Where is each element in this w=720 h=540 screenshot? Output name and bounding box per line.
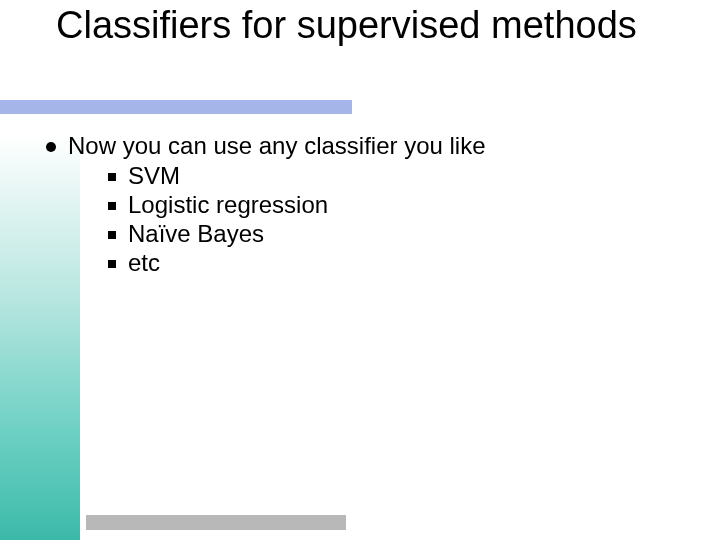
main-bullet-text: Now you can use any classifier you like [68, 132, 486, 160]
sub-bullet-list: SVM Logistic regression Naïve Bayes etc [108, 162, 666, 277]
sub-item-text: SVM [128, 162, 180, 190]
square-bullet-icon [108, 202, 116, 210]
accent-bar [0, 100, 352, 114]
slide-title: Classifiers for supervised methods [56, 4, 637, 48]
square-bullet-icon [108, 173, 116, 181]
sub-item-text: Logistic regression [128, 191, 328, 219]
bottom-decorator-bar [86, 515, 346, 530]
list-item: etc [108, 249, 666, 277]
list-item: SVM [108, 162, 666, 190]
sub-item-text: Naïve Bayes [128, 220, 264, 248]
list-item: Logistic regression [108, 191, 666, 219]
main-bullet-item: Now you can use any classifier you like [46, 132, 666, 160]
sub-item-text: etc [128, 249, 160, 277]
square-bullet-icon [108, 231, 116, 239]
slide-content: Now you can use any classifier you like … [46, 132, 666, 278]
square-bullet-icon [108, 260, 116, 268]
list-item: Naïve Bayes [108, 220, 666, 248]
round-bullet-icon [46, 142, 56, 152]
